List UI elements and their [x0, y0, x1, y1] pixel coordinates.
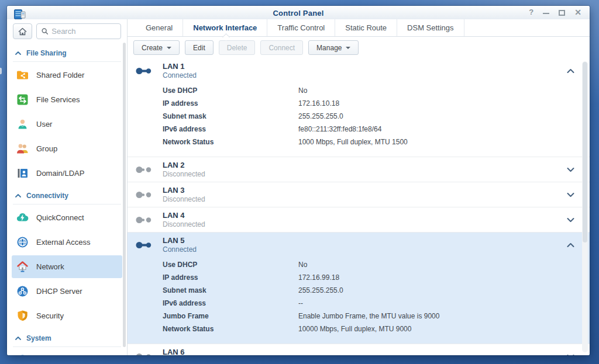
manage-button-label: Manage [316, 44, 342, 52]
interface-header[interactable]: LAN 4 Disconnected [136, 207, 581, 232]
expand-chevron-down-icon[interactable] [567, 354, 574, 355]
sidebar-item-info-center[interactable]: Info Center [12, 349, 122, 355]
content-panel: General Network Interface Traffic Contro… [128, 19, 590, 355]
sidebar-item-security[interactable]: Security [12, 304, 122, 327]
info-center-icon [16, 354, 29, 355]
detail-label: Subnet mask [163, 112, 298, 120]
interface-header[interactable]: LAN 6 Disconnected [136, 344, 581, 355]
tab-general[interactable]: General [136, 19, 183, 36]
expand-chevron-down-icon[interactable] [567, 217, 574, 223]
sidebar-item-user[interactable]: User [12, 113, 122, 136]
interface-name: LAN 3 [163, 186, 205, 195]
home-button[interactable] [13, 23, 32, 39]
interface-header[interactable]: LAN 3 Disconnected [136, 182, 581, 207]
tab-traffic-control[interactable]: Traffic Control [267, 19, 335, 36]
window-title: Control Panel [7, 9, 590, 18]
sidebar-item-shared-folder[interactable]: Shared Folder [12, 64, 122, 86]
detail-label: Use DHCP [163, 86, 298, 95]
sidebar-item-dhcp-server[interactable]: DHCP Server [12, 280, 122, 303]
shared-folder-icon [16, 69, 29, 81]
expand-chevron-down-icon[interactable] [567, 192, 574, 197]
edit-button-label: Edit [193, 44, 205, 52]
sidebar-scrollbar[interactable] [123, 43, 126, 347]
sidebar-item-label: File Services [36, 95, 80, 104]
help-button[interactable]: ? [529, 8, 533, 17]
connect-button-label: Connect [268, 44, 295, 52]
desktop-edge-marker [0, 68, 2, 74]
search-input[interactable] [51, 27, 116, 36]
content-scrollbar-thumb[interactable] [583, 62, 587, 242]
sidebar-item-external-access[interactable]: External Access [12, 231, 122, 254]
section-label: System [26, 334, 51, 342]
disconnected-plug-icon [136, 215, 152, 225]
interface-name: LAN 2 [163, 161, 205, 170]
collapse-chevron-up-icon[interactable] [567, 242, 574, 248]
section-system[interactable]: System [13, 329, 121, 347]
detail-label: Jumbo Frame [163, 312, 298, 320]
detail-row: Network Status 10000 Mbps, Full duplex, … [163, 323, 581, 335]
chevron-up-icon [15, 51, 21, 55]
section-label: File Sharing [26, 49, 67, 57]
disconnected-plug-icon [136, 352, 152, 356]
expand-chevron-down-icon[interactable] [567, 167, 574, 172]
edit-button[interactable]: Edit [185, 40, 214, 55]
create-button[interactable]: Create [133, 40, 180, 55]
group-icon [16, 143, 29, 155]
close-button[interactable]: ✕ [574, 8, 581, 17]
sidebar-item-network[interactable]: Network [12, 255, 122, 278]
detail-value: 255.255.255.0 [298, 286, 343, 294]
manage-button[interactable]: Manage [308, 40, 359, 55]
collapse-chevron-up-icon[interactable] [567, 68, 574, 74]
maximize-button[interactable] [559, 10, 565, 16]
sidebar-item-domain-ldap[interactable]: Domain/LDAP [12, 162, 122, 185]
section-connectivity[interactable]: Connectivity [13, 186, 121, 204]
sidebar-item-quickconnect[interactable]: QuickConnect [12, 206, 122, 229]
section-file-sharing[interactable]: File Sharing [13, 44, 121, 62]
quickconnect-icon [16, 212, 29, 224]
disconnected-plug-icon [136, 165, 152, 175]
sidebar-item-label: User [36, 120, 52, 129]
external-access-icon [16, 236, 29, 248]
tab-dsm-settings[interactable]: DSM Settings [397, 19, 464, 36]
sidebar-item-file-services[interactable]: File Services [12, 88, 122, 111]
network-icon [16, 261, 29, 273]
tab-static-route[interactable]: Static Route [335, 19, 397, 36]
minimize-button[interactable] [543, 8, 549, 16]
sidebar-item-label: Security [36, 311, 64, 320]
section-label: Connectivity [26, 192, 68, 200]
detail-label: Network Status [163, 325, 298, 333]
connected-plug-icon [136, 66, 152, 76]
interface-lan3: LAN 3 Disconnected [128, 182, 590, 207]
detail-row: IP address 172.16.99.18 [163, 271, 581, 284]
sidebar-item-label: External Access [36, 238, 91, 247]
interface-lan1: LAN 1 Connected Use DHCP No I [128, 58, 590, 157]
interface-name: LAN 6 [163, 348, 205, 355]
search-box[interactable] [36, 23, 121, 39]
interface-name: LAN 1 [163, 62, 197, 71]
detail-label: Network Status [163, 138, 298, 146]
sidebar-item-group[interactable]: Group [12, 137, 122, 160]
detail-row: Jumbo Frame Enable Jumbo Frame, the MTU … [163, 310, 581, 323]
interface-status: Disconnected [163, 170, 205, 178]
sidebar-item-label: QuickConnect [36, 213, 84, 222]
detail-value: -- [298, 299, 303, 307]
title-bar: Control Panel ? ✕ [7, 6, 590, 19]
detail-label: IPv6 address [163, 125, 298, 133]
interface-lan6: LAN 6 Disconnected [128, 344, 590, 355]
detail-value: No [298, 261, 307, 269]
detail-value: fe80::211:32ff:fed8:1fe8/64 [298, 125, 381, 133]
interface-details: Use DHCP No IP address 172.16.99.18 Subn… [136, 257, 581, 344]
interface-header[interactable]: LAN 5 Connected [136, 233, 581, 257]
detail-row: Network Status 1000 Mbps, Full duplex, M… [163, 136, 581, 148]
detail-value: 10000 Mbps, Full duplex, MTU 9000 [298, 325, 411, 333]
dhcp-server-icon [16, 285, 29, 297]
detail-value: 255.255.255.0 [298, 112, 343, 120]
content-scrollbar[interactable] [582, 61, 588, 352]
connect-button: Connect [260, 40, 303, 55]
interface-header[interactable]: LAN 1 Connected [136, 58, 581, 83]
control-panel-window: Control Panel ? ✕ [7, 6, 590, 355]
tab-bar: General Network Interface Traffic Contro… [128, 19, 590, 37]
home-icon [18, 27, 27, 36]
interface-header[interactable]: LAN 2 Disconnected [136, 157, 581, 182]
detail-row: Subnet mask 255.255.255.0 [163, 284, 581, 297]
